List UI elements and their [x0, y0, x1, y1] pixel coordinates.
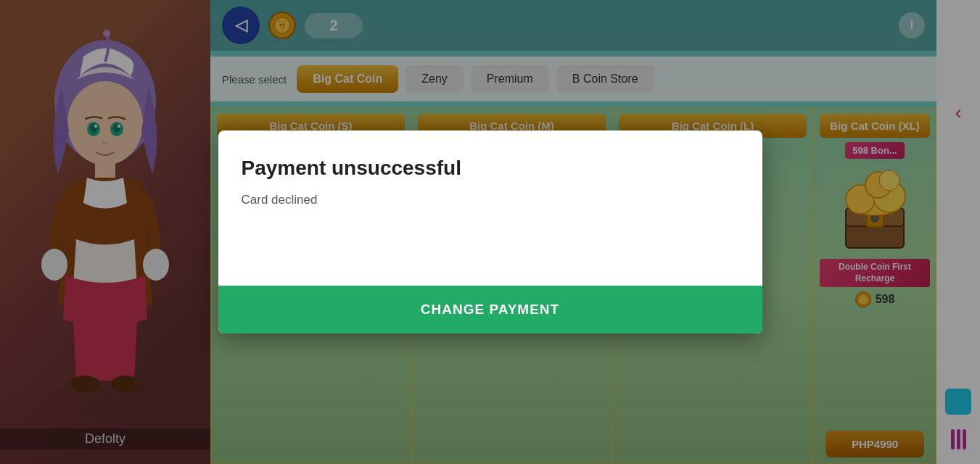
modal-overlay: Payment unsuccessful Card declined CHANG… — [0, 0, 980, 464]
change-payment-button[interactable]: CHANGE PAYMENT — [421, 302, 559, 318]
payment-modal: Payment unsuccessful Card declined CHANG… — [218, 130, 762, 334]
modal-body: Card declined — [242, 193, 739, 207]
modal-content: Payment unsuccessful Card declined — [218, 130, 762, 286]
modal-title: Payment unsuccessful — [242, 157, 739, 180]
modal-footer[interactable]: CHANGE PAYMENT — [218, 286, 762, 334]
